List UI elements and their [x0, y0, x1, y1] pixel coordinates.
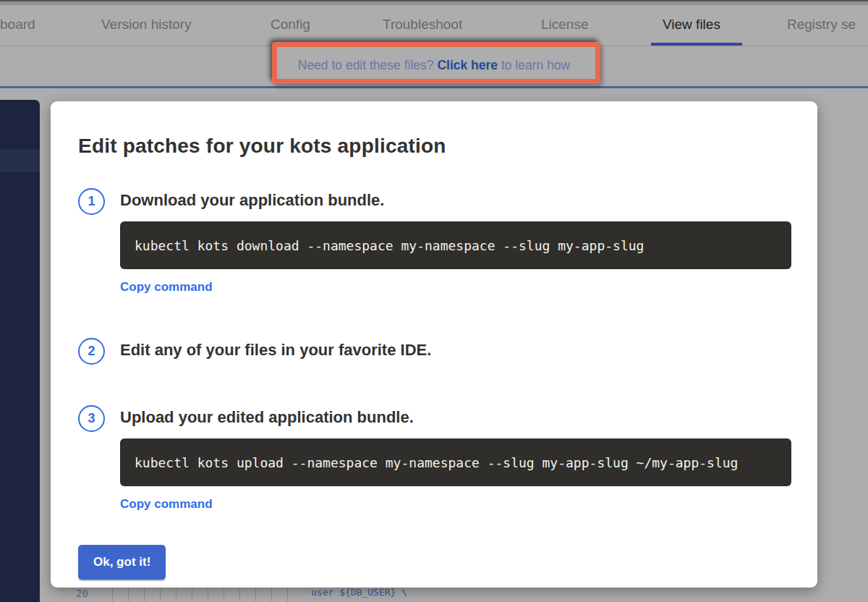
edit-patches-modal: Edit patches for your kots application 1…	[51, 101, 817, 588]
step-1-number-badge: 1	[78, 188, 105, 215]
annotation-highlight-box	[272, 42, 600, 84]
ok-got-it-button[interactable]: Ok, got it!	[78, 545, 166, 580]
app-screen: board Version history Config Troubleshoo…	[0, 0, 868, 602]
download-command-text: kubectl kots download --namespace my-nam…	[135, 238, 644, 253]
upload-command-block: kubectl kots upload --namespace my-names…	[120, 438, 791, 486]
step-download: 1 Download your application bundle. kube…	[78, 190, 791, 294]
download-command-block: kubectl kots download --namespace my-nam…	[120, 221, 791, 269]
step-upload: 3 Upload your edited application bundle.…	[78, 407, 791, 512]
step-2-number-badge: 2	[78, 338, 105, 365]
step-edit: 2 Edit any of your files in your favorit…	[78, 339, 791, 365]
step-1-heading: Download your application bundle.	[120, 188, 791, 212]
step-3-heading: Upload your edited application bundle.	[120, 405, 791, 429]
modal-title: Edit patches for your kots application	[78, 135, 791, 158]
copy-upload-command-link[interactable]: Copy command	[120, 497, 213, 512]
step-3-number-badge: 3	[78, 405, 105, 432]
upload-command-text: kubectl kots upload --namespace my-names…	[135, 455, 738, 470]
step-2-heading: Edit any of your files in your favorite …	[120, 338, 791, 362]
copy-download-command-link[interactable]: Copy command	[120, 280, 213, 294]
